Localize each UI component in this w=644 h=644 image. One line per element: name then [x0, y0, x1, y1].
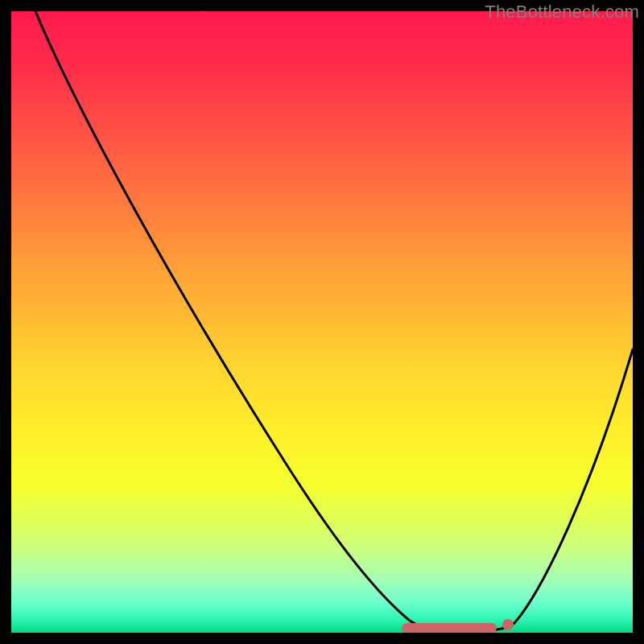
chart-container: TheBottleneck.com	[0, 0, 644, 644]
curve-svg	[11, 11, 633, 633]
bottleneck-curve-path	[35, 11, 633, 632]
optimal-range-marker	[402, 623, 497, 633]
optimal-point-marker	[502, 619, 514, 630]
watermark-text: TheBottleneck.com	[485, 2, 639, 23]
